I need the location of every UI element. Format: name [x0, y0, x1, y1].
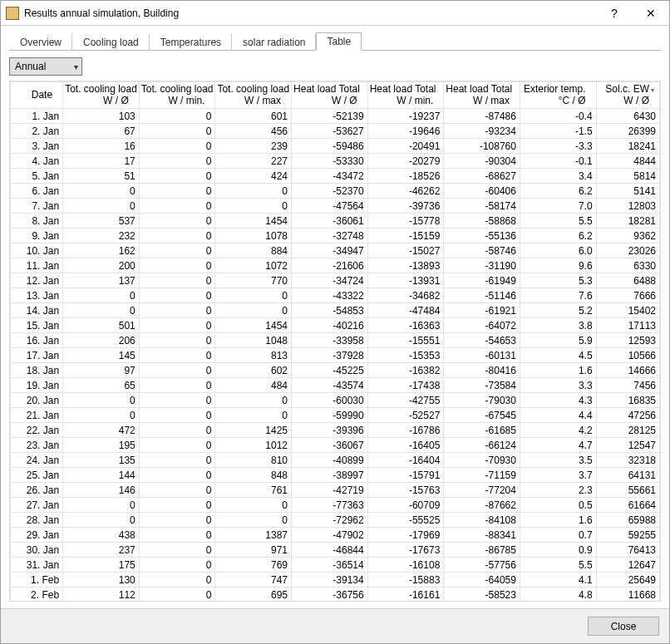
- cell: -20491: [367, 139, 444, 154]
- cell: -40216: [292, 318, 368, 333]
- table-row[interactable]: 15. Jan50101454-40216-16363-640723.81711…: [11, 318, 660, 333]
- table-row[interactable]: 1. Feb1300747-39134-15883-640594.125649: [11, 573, 660, 587]
- column-header[interactable]: Sol.c. EWW / Ø▾: [596, 82, 659, 109]
- cell: 17113: [596, 318, 659, 333]
- cell: 0: [139, 109, 215, 124]
- cell: 602: [215, 363, 292, 378]
- cell: 747: [215, 573, 292, 587]
- cell: 112: [63, 587, 140, 602]
- table-row[interactable]: 21. Jan000-59990-52527-675454.447256: [11, 408, 660, 423]
- cell: -43472: [292, 169, 368, 184]
- column-header[interactable]: Tot. cooling loadW / max: [215, 82, 292, 109]
- column-header[interactable]: Tot. cooling loadW / min.: [139, 82, 215, 109]
- cell: 0: [139, 318, 215, 333]
- table-row[interactable]: 1. Jan1030601-52139-19237-87486-0.46430: [11, 109, 660, 124]
- toolbar: Annual ▾: [9, 57, 661, 76]
- cell: 13. Jan: [11, 288, 63, 303]
- cell: 1072: [215, 258, 292, 273]
- cell: -34682: [367, 288, 444, 303]
- table-row[interactable]: 5. Jan510424-43472-18526-686273.45814: [11, 169, 660, 184]
- table-row[interactable]: 18. Jan970602-45225-16382-804161.614666: [11, 363, 660, 378]
- table-row[interactable]: 31. Jan1750769-36514-16108-577565.512647: [11, 558, 660, 573]
- cell: 19. Jan: [11, 378, 63, 393]
- table-row[interactable]: 3. Jan160239-59486-20491-108760-3.318241: [11, 139, 660, 154]
- cell: -51146: [444, 288, 520, 303]
- cell: 4.3: [520, 393, 596, 408]
- column-header[interactable]: Heat load TotalW / max: [444, 82, 520, 109]
- period-select-value: Annual: [15, 61, 46, 72]
- cell: -53627: [292, 124, 368, 139]
- table-row[interactable]: 2. Feb1120695-36756-16161-585234.811668: [11, 587, 660, 602]
- results-table-scroll[interactable]: DateTot. cooling loadW / ØTot. cooling l…: [10, 81, 660, 601]
- column-header[interactable]: Heat load TotalW / Ø: [292, 82, 368, 109]
- table-row[interactable]: 19. Jan650484-43574-17438-735843.37456: [11, 378, 660, 393]
- table-row[interactable]: 11. Jan20001072-21606-13893-311909.66330: [11, 258, 660, 273]
- dialog-window: Results annual simulation, Building ? ✕ …: [0, 0, 670, 644]
- cell: -64072: [444, 318, 520, 333]
- tab-temperatures[interactable]: Temperatures: [150, 33, 232, 51]
- close-window-button[interactable]: ✕: [633, 1, 669, 26]
- table-row[interactable]: 14. Jan000-54853-47484-619215.215402: [11, 303, 660, 318]
- cell: 1.6: [520, 513, 596, 528]
- table-row[interactable]: 28. Jan000-72962-55525-841081.665988: [11, 513, 660, 528]
- cell: 76413: [596, 543, 659, 558]
- tab-solar-radiation[interactable]: solar radiation: [232, 33, 316, 51]
- table-row[interactable]: 2. Jan670456-53627-19646-93234-1.526399: [11, 124, 660, 139]
- cell: 4.1: [520, 573, 596, 587]
- table-row[interactable]: 27. Jan000-77363-60709-876620.561664: [11, 498, 660, 513]
- table-row[interactable]: 25. Jan1440848-38997-15791-711593.764131: [11, 468, 660, 483]
- column-header[interactable]: Tot. cooling loadW / Ø: [63, 82, 140, 109]
- cell: -43574: [292, 378, 368, 393]
- table-row[interactable]: 24. Jan1350810-40899-16404-709303.532318: [11, 453, 660, 468]
- cell: -54853: [292, 303, 368, 318]
- table-row[interactable]: 26. Jan1460761-42719-15763-772042.355661: [11, 483, 660, 498]
- table-row[interactable]: 30. Jan2370971-46844-17673-867850.976413: [11, 543, 660, 558]
- table-row[interactable]: 8. Jan53701454-36061-15778-588685.518281: [11, 214, 660, 229]
- table-row[interactable]: 29. Jan43801387-47902-17969-883410.75925…: [11, 528, 660, 543]
- cell: 4. Jan: [11, 154, 63, 169]
- cell: 232: [63, 229, 140, 243]
- tab-cooling-load[interactable]: Cooling load: [72, 33, 150, 51]
- cell: 1012: [215, 438, 292, 453]
- cell: 0: [139, 243, 215, 258]
- cell: 813: [215, 348, 292, 363]
- table-row[interactable]: 23. Jan19501012-36067-16405-661244.71254…: [11, 438, 660, 453]
- table-row[interactable]: 20. Jan000-60030-42755-790304.316835: [11, 393, 660, 408]
- chevron-down-icon: ▾: [74, 62, 78, 71]
- cell: -87486: [444, 109, 520, 124]
- cell: 61664: [596, 498, 659, 513]
- table-row[interactable]: 16. Jan20601048-33958-15551-546535.91259…: [11, 333, 660, 348]
- sort-indicator-icon: ▾: [651, 86, 654, 94]
- table-row[interactable]: 10. Jan1620884-34947-15027-587466.023026: [11, 243, 660, 258]
- cell: 15. Jan: [11, 318, 63, 333]
- cell: 0: [63, 184, 140, 199]
- cell: 456: [215, 124, 292, 139]
- help-button[interactable]: ?: [596, 1, 633, 26]
- tab-table[interactable]: Table: [316, 32, 362, 51]
- table-row[interactable]: 13. Jan000-43322-34682-511467.67666: [11, 288, 660, 303]
- tab-overview[interactable]: Overview: [9, 33, 72, 51]
- cell: -71159: [444, 468, 520, 483]
- table-row[interactable]: 4. Jan170227-53330-20279-90304-0.14844: [11, 154, 660, 169]
- cell: -33958: [292, 333, 368, 348]
- cell: -108760: [444, 139, 520, 154]
- cell: 6488: [596, 273, 659, 288]
- column-header[interactable]: Exterior temp.°C / Ø: [520, 82, 596, 109]
- period-select[interactable]: Annual ▾: [9, 57, 82, 76]
- cell: 0: [139, 229, 215, 243]
- cell: 884: [215, 243, 292, 258]
- table-row[interactable]: 7. Jan000-47564-39736-581747.012803: [11, 199, 660, 214]
- table-row[interactable]: 22. Jan47201425-39396-16786-616854.22812…: [11, 423, 660, 438]
- column-header[interactable]: Heat load TotalW / min.: [367, 82, 444, 109]
- cell: 9. Jan: [11, 229, 63, 243]
- cell: -55136: [444, 229, 520, 243]
- cell: 5.2: [520, 303, 596, 318]
- cell: -15791: [367, 468, 444, 483]
- table-row[interactable]: 12. Jan1370770-34724-13931-619495.36488: [11, 273, 660, 288]
- cell: 424: [215, 169, 292, 184]
- table-row[interactable]: 6. Jan000-52370-46262-604066.25141: [11, 184, 660, 199]
- table-row[interactable]: 17. Jan1450813-37928-15353-601314.510566: [11, 348, 660, 363]
- column-header[interactable]: Date: [11, 82, 63, 109]
- close-button[interactable]: Close: [588, 617, 659, 636]
- table-row[interactable]: 9. Jan23201078-32748-15159-551366.29362: [11, 229, 660, 243]
